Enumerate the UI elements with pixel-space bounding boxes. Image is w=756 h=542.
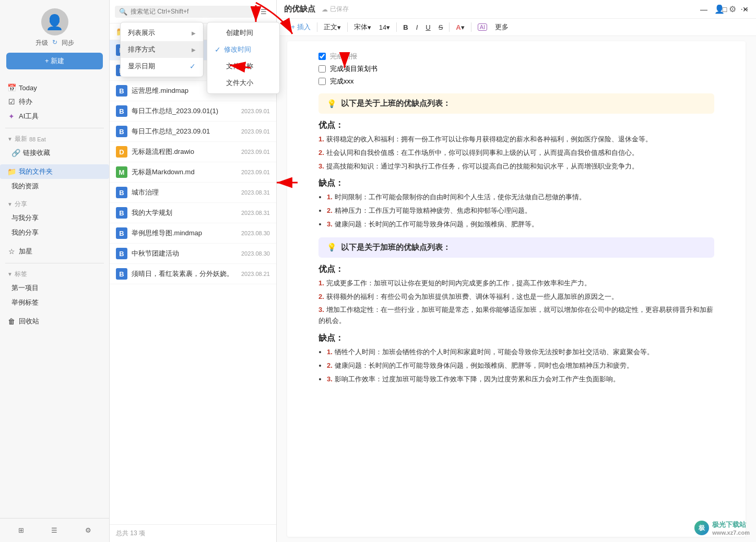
arrow-icon: ▶ [192,30,196,36]
share-section[interactable]: ▼ 分享 [0,198,109,211]
insert-button[interactable]: + + 插入 [284,21,314,33]
file-item[interactable]: B 中秋节团建活动 2023.08.30 [110,244,276,264]
editor-title: 的优缺点 [284,4,315,14]
file-item[interactable]: B 举例思维导图.mindmap 2023.08.30 [110,223,276,244]
sidebar-item-ai[interactable]: ✦ AI工具 [0,109,109,124]
list-item: 3.影响工作效率：过度加班可能导致工作效率下降，因为过度劳累和压力会对工作产生负… [327,374,714,385]
file-panel-footer: 总共 13 项 [110,524,276,542]
sort-modify-time[interactable]: ✓ 修改时间 [207,41,279,58]
file-item[interactable]: B 我的大学规划 2023.08.31 [110,203,276,223]
list-num: 3. [327,375,333,383]
file-item[interactable]: B 每日工作总结_2023.09.01 2023.09.01 [110,122,276,142]
new-button[interactable]: + 新建 [6,53,103,69]
strike-button[interactable]: S [435,22,446,33]
file-name: 无标题流程图.drawio [132,147,237,156]
file-date: 2023.09.01 [241,149,270,155]
sync-button[interactable]: 同步 [62,39,74,47]
show-date-option[interactable]: 显示日期 ✓ [121,58,203,75]
sort-option[interactable]: 排序方式 ▶ [121,41,203,58]
file-date: 2023.09.01 [241,128,270,135]
search-box[interactable]: 🔍 [115,6,253,18]
save-status: ☁ 已保存 [322,5,349,14]
check-icon: ✓ [190,62,196,70]
checklist-checkbox[interactable] [318,65,326,73]
settings-button[interactable]: ⚙ [74,524,103,537]
list-item: 3.增加工作稳定性：在一些行业，加班可能是常态，如果你能够适应加班，就可以增加你… [318,305,714,327]
file-name: 中秋节团建活动 [132,249,237,258]
sidebar-item-star[interactable]: ☆ 加星 [0,244,109,259]
bold-button[interactable]: B [400,22,411,33]
file-item[interactable]: M 无标题Markdown.md 2023.09.01 [110,162,276,183]
ai-icon: ✦ [7,112,16,121]
minimize-button[interactable]: — [693,0,714,19]
active-check-icon: ✓ [215,45,221,54]
font-color-button[interactable]: A ▾ [453,22,467,33]
sort-create-time[interactable]: 创建时间 [207,25,279,41]
sort-filename[interactable]: 文件名称 [207,58,279,75]
list-item: 1.完成更多工作：加班可以让你在更短的时间内完成更多的工作，提高工作效率和生产力… [318,278,714,289]
file-item[interactable]: B 须晴日，看红装素裹，分外妖娆。 2023.08.21 [110,264,276,284]
font-button[interactable]: 宋体 ▾ [351,21,374,33]
sidebar-item-tag2[interactable]: 举例标签 [4,295,109,310]
editor-title-bar: 的优缺点 ☁ 已保存 👤 ⚙ ⋯ [277,0,756,19]
arrow-icon-2: ▶ [192,47,196,53]
close-button[interactable]: ✕ [735,0,756,19]
trash-icon: 🗑 [7,317,16,326]
more-format-button[interactable]: 更多 [492,21,512,33]
sub-dropdown: 创建时间 ✓ 修改时间 文件名称 文件大小 [207,22,280,94]
file-name: 举例思维导图.mindmap [132,228,237,238]
sidebar-item-share-with-me[interactable]: 与我分享 [4,211,109,225]
file-item[interactable]: B 城市治理 2023.08.31 [110,183,276,203]
list-num: 2. [318,293,324,300]
checklist-checkbox[interactable] [318,53,326,60]
sidebar-item-my-share[interactable]: 我的分享 [4,225,109,240]
star-icon: ☆ [7,247,16,256]
sidebar-item-today[interactable]: 📅 Today [0,81,109,94]
list-num: 2. [318,149,324,156]
tag-collapse-icon: ▼ [7,271,13,277]
list-view-button[interactable]: ☰ [40,524,69,537]
file-icon: B [116,105,127,117]
file-icon: B [116,187,127,198]
checklist-item: 完成xxx [318,77,714,86]
ai-format-button[interactable]: AI [475,22,490,32]
sidebar-item-trash[interactable]: 🗑 回收站 [0,314,109,329]
file-icon: B [116,126,127,137]
list-view-option[interactable]: 列表展示 ▶ [121,25,203,41]
sidebar-item-my-folder[interactable]: 📁 我的文件夹 [0,164,109,179]
editor-content[interactable]: 完成周报完成项目策划书完成xxx 💡 以下是关于上班的优缺点列表： 优点： 1.… [287,41,746,537]
sort-filesize[interactable]: 文件大小 [207,75,279,91]
recent-section[interactable]: ▼ 最新 88 Eat [0,133,109,146]
file-list: B AI笔记_上班的优缺点 B word教程（新） 2023.09.07 B 运… [110,40,276,524]
file-name: 无标题Markdown.md [132,167,237,177]
file-item[interactable]: D 无标题流程图.drawio 2023.09.01 [110,142,276,162]
save-icon: ☁ [322,6,328,13]
upgrade-button[interactable]: 升级 [36,39,48,47]
calendar-icon: 📅 [7,83,16,92]
italic-button[interactable]: I [413,22,421,33]
underline-button[interactable]: U [422,22,433,33]
maximize-button[interactable]: □ [714,0,735,19]
list-item: 3.提高技能和知识：通过学习和执行工作任务，你可以提高自己的技能和知识水平，从而… [318,161,714,172]
file-date: 2023.08.30 [241,250,270,257]
list-num: 3. [318,162,324,170]
section2-cons-list: 1.牺牲个人时间：加班会牺牲你的个人时间和家庭时间，可能会导致你无法按时参加社交… [318,347,714,384]
section1-pros-list: 1.获得稳定的收入和福利：拥有一份工作可以让你每月获得稳定的薪水和各种福利，例如… [318,134,714,172]
list-num: 3. [318,306,324,314]
checklist-checkbox[interactable] [318,78,326,85]
search-input[interactable] [131,8,249,15]
file-item[interactable]: B 每日工作总结_2023.09.01(1) 2023.09.01 [110,101,276,122]
user-icon: 👤 [45,14,64,31]
sidebar-item-todo[interactable]: ☑ 待办 [0,94,109,109]
tag-section[interactable]: ▼ 标签 [0,268,109,281]
section1-highlight: 💡 以下是关于上班的优缺点列表： [318,93,714,114]
file-panel: 🔍 ☰ 📁 我的资源 列表展示 ▶ 排序方式 ▶ 显示日期 ✓ [110,0,277,542]
format-style-button[interactable]: 正文 ▾ [321,21,344,33]
font-size-button[interactable]: 14 ▾ [376,22,393,33]
sidebar-item-my-resource[interactable]: 我的资源 [4,179,109,194]
sidebar-item-links[interactable]: 🔗 链接收藏 [4,146,109,160]
filter-button[interactable]: ☰ [256,4,271,19]
grid-view-button[interactable]: ⊞ [6,524,36,537]
section2-cons-title: 缺点： [318,333,714,344]
sidebar-item-tag1[interactable]: 第一项目 [4,281,109,295]
